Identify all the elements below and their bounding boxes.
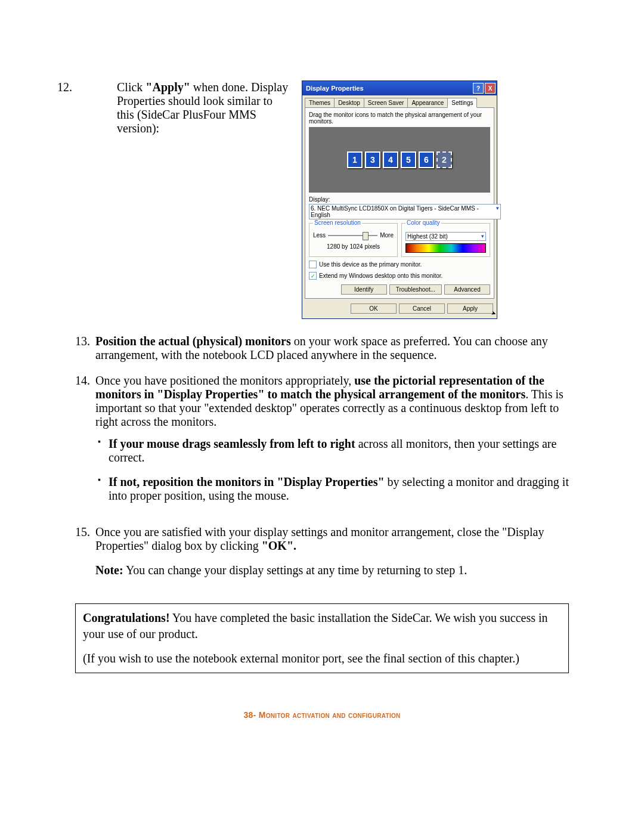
tab-appearance[interactable]: Appearance bbox=[407, 98, 448, 107]
monitor-icon[interactable]: 4 bbox=[383, 151, 398, 168]
display-label: Display: bbox=[309, 196, 490, 203]
ok-button[interactable]: OK bbox=[351, 304, 397, 314]
screen-resolution-group: Screen resolution Less More 1280 by 1024… bbox=[309, 223, 398, 257]
step-number: 14. bbox=[75, 374, 93, 513]
step-bold: "Apply" bbox=[145, 80, 190, 94]
tab-desktop[interactable]: Desktop bbox=[334, 98, 364, 107]
display-select[interactable]: 6. NEC MultiSync LCD1850X on Digital Tig… bbox=[309, 204, 501, 219]
step-number: 15. bbox=[75, 525, 93, 589]
tab-settings[interactable]: Settings bbox=[447, 98, 477, 108]
congratulations-box: Congratulations! You have completed the … bbox=[75, 603, 569, 673]
display-properties-window: Display Properties ? X Themes Desktop Sc… bbox=[302, 80, 497, 319]
cancel-button[interactable]: Cancel bbox=[399, 304, 445, 314]
group-title: Color quality bbox=[405, 219, 441, 226]
congrats-bold: Congratulations! bbox=[83, 611, 170, 624]
bullet-bold: If your mouse drags seamlessly from left… bbox=[109, 437, 355, 450]
arrangement-instruction: Drag the monitor icons to match the phys… bbox=[309, 112, 490, 125]
color-quality-select[interactable]: Highest (32 bit) bbox=[405, 232, 486, 241]
note-bold: Note: bbox=[95, 563, 123, 577]
monitor-icon[interactable]: 5 bbox=[401, 151, 416, 168]
troubleshoot-button[interactable]: Troubleshoot... bbox=[389, 284, 442, 295]
monitor-arrangement-area[interactable]: 1 3 4 5 6 2 bbox=[309, 127, 490, 193]
step-text: Click bbox=[117, 80, 145, 94]
resolution-slider[interactable] bbox=[328, 235, 377, 236]
identify-button[interactable]: Identify bbox=[341, 284, 387, 295]
monitor-icon[interactable]: 6 bbox=[419, 151, 434, 168]
monitor-icon[interactable]: 1 bbox=[347, 151, 363, 168]
note-text: You can change your display settings at … bbox=[123, 563, 467, 577]
checkbox-label: Use this device as the primary monitor. bbox=[319, 261, 422, 268]
close-button[interactable]: X bbox=[485, 83, 496, 94]
resolution-value: 1280 by 1024 pixels bbox=[313, 243, 394, 250]
window-title: Display Properties bbox=[306, 85, 364, 92]
help-button[interactable]: ? bbox=[473, 83, 484, 94]
titlebar[interactable]: Display Properties ? X bbox=[302, 81, 497, 95]
page-footer: 38- Monitor activation and configuration bbox=[0, 710, 644, 720]
primary-monitor-checkbox[interactable] bbox=[309, 261, 317, 268]
group-title: Screen resolution bbox=[313, 219, 362, 226]
color-preview bbox=[405, 243, 486, 253]
step-number: 13. bbox=[75, 335, 93, 362]
step-bold: Position the actual (physical) monitors bbox=[95, 335, 291, 348]
slider-more-label: More bbox=[380, 232, 394, 239]
bullet-bold: If not, reposition the monitors in "Disp… bbox=[109, 475, 385, 488]
monitor-icon[interactable]: 2 bbox=[436, 151, 452, 168]
color-quality-group: Color quality Highest (32 bit) bbox=[401, 223, 490, 257]
extend-desktop-checkbox[interactable]: ✓ bbox=[309, 272, 317, 280]
advanced-button[interactable]: Advanced bbox=[444, 284, 490, 295]
tab-strip: Themes Desktop Screen Saver Appearance S… bbox=[302, 95, 497, 107]
apply-button[interactable]: Apply bbox=[447, 304, 493, 314]
step-bold: "OK". bbox=[262, 539, 296, 552]
page-number: 38- bbox=[243, 710, 256, 720]
checkbox-label: Extend my Windows desktop onto this moni… bbox=[319, 272, 442, 279]
tab-themes[interactable]: Themes bbox=[305, 98, 335, 107]
congrats-note: (If you wish to use the notebook externa… bbox=[83, 651, 561, 667]
step-number: 12. bbox=[57, 80, 72, 94]
slider-less-label: Less bbox=[313, 232, 326, 239]
step-text: Once you are satisfied with your display… bbox=[95, 525, 544, 552]
chapter-name: Monitor activation and configuration bbox=[256, 710, 401, 720]
tab-screensaver[interactable]: Screen Saver bbox=[364, 98, 408, 107]
step-text: Once you have positioned the monitors ap… bbox=[95, 374, 354, 387]
monitor-icon[interactable]: 3 bbox=[365, 151, 380, 168]
